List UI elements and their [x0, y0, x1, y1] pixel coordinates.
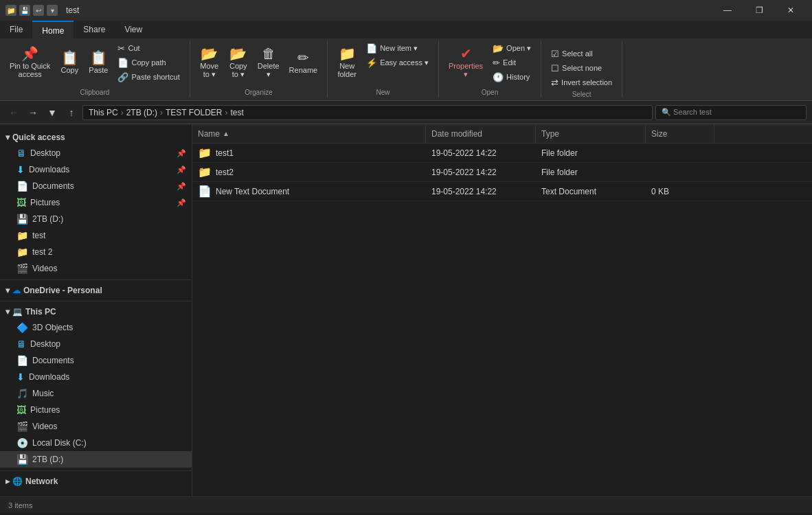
sidebar-item-test2-qa[interactable]: 📁 test 2: [0, 244, 192, 260]
pin-indicator-desktop: 📌: [177, 149, 186, 158]
sidebar-item-videos-pc[interactable]: 🎬 Videos: [0, 418, 192, 435]
paste-shortcut-label: Paste shortcut: [131, 73, 179, 81]
sidebar-item-downloads-pc[interactable]: ⬇ Downloads: [0, 369, 192, 385]
downloads-pc-icon: ⬇: [16, 371, 25, 382]
tab-file[interactable]: File: [0, 21, 32, 38]
select-all-button[interactable]: ☑ Select all: [547, 47, 616, 60]
file-name-new-text-doc: New Text Document: [216, 187, 289, 196]
onedrive-chevron: ▾: [5, 286, 10, 295]
music-pc-label: Music: [32, 389, 54, 398]
forward-button[interactable]: →: [25, 104, 41, 121]
copy-icon: 📋: [61, 51, 78, 65]
sidebar-item-3d-objects[interactable]: 🔷 3D Objects: [0, 319, 192, 336]
sort-arrow-name: ▲: [223, 130, 229, 137]
sidebar-item-desktop-pc[interactable]: 🖥 Desktop: [0, 336, 192, 352]
sidebar-item-pictures-qa[interactable]: 🖼 Pictures 📌: [0, 194, 192, 211]
this-pc-label: This PC: [25, 307, 56, 317]
col-header-size[interactable]: Size: [646, 124, 714, 143]
quick-access-chevron: ▾: [5, 133, 10, 142]
new-folder-button[interactable]: 📁 Newfolder: [333, 41, 361, 84]
tab-home[interactable]: Home: [32, 21, 74, 38]
sidebar-item-test-qa[interactable]: 📁 test: [0, 227, 192, 244]
breadcrumb-item-3[interactable]: test: [231, 108, 244, 117]
sidebar-item-videos-qa[interactable]: 🎬 Videos: [0, 260, 192, 277]
sidebar-item-2tb-d[interactable]: 💾 2TB (D:): [0, 451, 192, 468]
pin-label: Pin to Quickaccess: [10, 62, 50, 78]
back-button[interactable]: ←: [5, 104, 22, 121]
paste-shortcut-button[interactable]: 🔗 Paste shortcut: [113, 70, 183, 84]
col-header-date[interactable]: Date modified: [426, 124, 536, 143]
easy-access-button[interactable]: ⚡ Easy access ▾: [362, 56, 433, 69]
sidebar-item-documents-pc[interactable]: 📄 Documents: [0, 352, 192, 369]
properties-button[interactable]: ✔ Properties▾: [444, 41, 487, 84]
file-list-header: Name ▲ Date modified Type Size: [192, 124, 812, 144]
search-box[interactable]: 🔍 Search test: [655, 105, 807, 120]
tb-icon-dropdown[interactable]: ▾: [47, 5, 58, 16]
invert-selection-button[interactable]: ⇄ Invert selection: [547, 76, 616, 89]
minimize-button[interactable]: —: [712, 0, 743, 21]
network-label: Network: [25, 477, 58, 486]
up-button[interactable]: ↑: [63, 104, 80, 121]
new-small-buttons: 📄 New item ▾ ⚡ Easy access ▾: [362, 41, 433, 69]
quick-access-header[interactable]: ▾ Quick access: [0, 130, 192, 145]
delete-button[interactable]: 🗑 Delete▾: [253, 41, 284, 84]
pin-quick-access-button[interactable]: 📌 Pin to Quickaccess: [5, 41, 54, 84]
col-date-label: Date modified: [431, 129, 482, 139]
move-to-button[interactable]: 📂 Moveto ▾: [196, 41, 223, 84]
breadcrumb-item-0[interactable]: This PC: [89, 108, 118, 117]
sidebar-item-pictures-pc[interactable]: 🖼 Pictures: [0, 402, 192, 418]
copy-to-icon: 📂: [229, 47, 247, 60]
select-all-label: Select all: [562, 49, 593, 58]
file-type-new-text-doc: Text Document: [536, 187, 646, 196]
file-date-test1: 19-05-2022 14:22: [426, 148, 536, 158]
copy-path-button[interactable]: 📄 Copy path: [113, 56, 183, 69]
sidebar-item-documents-qa[interactable]: 📄 Documents 📌: [0, 178, 192, 194]
paste-button[interactable]: 📋 Paste: [84, 41, 112, 84]
network-header[interactable]: ▸ 🌐 Network: [0, 474, 192, 489]
new-item-button[interactable]: 📄 New item ▾: [362, 41, 433, 55]
col-header-name[interactable]: Name ▲: [192, 124, 426, 143]
sidebar-item-2tb-qa[interactable]: 💾 2TB (D:): [0, 211, 192, 227]
rename-label: Rename: [289, 66, 318, 74]
maximize-button[interactable]: ❐: [743, 0, 775, 21]
ribbon-group-organize: 📂 Moveto ▾ 📂 Copyto ▾ 🗑 Delete▾ ✏ Rename…: [190, 41, 328, 98]
breadcrumb-item-1[interactable]: 2TB (D:): [126, 108, 157, 117]
select-none-button[interactable]: ☐ Select none: [547, 61, 616, 75]
quick-access-label: Quick access: [12, 133, 65, 142]
onedrive-header[interactable]: ▾ ☁ OneDrive - Personal: [0, 283, 192, 298]
table-row[interactable]: 📁 test2 19-05-2022 14:22 File folder: [192, 163, 812, 182]
tb-icon-undo: ↩: [33, 5, 44, 16]
copy-to-button[interactable]: 📂 Copyto ▾: [225, 41, 252, 84]
cut-button[interactable]: ✂ Cut: [113, 41, 183, 55]
sidebar-item-downloads-qa[interactable]: ⬇ Downloads 📌: [0, 161, 192, 178]
table-row[interactable]: 📄 New Text Document 19-05-2022 14:22 Tex…: [192, 182, 812, 201]
recent-locations-button[interactable]: ▼: [44, 104, 60, 121]
this-pc-header[interactable]: ▾ 💻 This PC: [0, 304, 192, 319]
open-button[interactable]: 📂 Open ▾: [488, 41, 535, 55]
breadcrumb: This PC › 2TB (D:) › TEST FOLDER › test: [82, 105, 653, 120]
col-name-label: Name: [198, 129, 220, 139]
pictures-qa-icon: 🖼: [16, 197, 26, 208]
delete-label: Delete▾: [258, 62, 280, 79]
3d-objects-icon: 🔷: [16, 322, 28, 333]
sidebar-item-desktop-qa[interactable]: 🖥 Desktop 📌: [0, 145, 192, 161]
breadcrumb-item-2[interactable]: TEST FOLDER: [166, 108, 222, 117]
network-icon: 🌐: [12, 477, 23, 486]
documents-qa-icon: 📄: [16, 181, 28, 192]
paste-shortcut-icon: 🔗: [117, 72, 128, 82]
sidebar-item-music-pc[interactable]: 🎵 Music: [0, 385, 192, 402]
rename-button[interactable]: ✏ Rename: [285, 41, 322, 84]
col-header-type[interactable]: Type: [536, 124, 646, 143]
tab-share[interactable]: Share: [74, 21, 115, 38]
doc-icon-new-text: 📄: [198, 185, 212, 198]
edit-button[interactable]: ✏ Edit: [488, 56, 535, 69]
desktop-pc-icon: 🖥: [16, 339, 26, 350]
sidebar-item-local-disk-c[interactable]: 💿 Local Disk (C:): [0, 435, 192, 451]
tab-view[interactable]: View: [115, 21, 152, 38]
copy-button[interactable]: 📋 Copy: [56, 41, 83, 84]
table-row[interactable]: 📁 test1 19-05-2022 14:22 File folder: [192, 144, 812, 163]
close-button[interactable]: ✕: [775, 0, 807, 21]
file-type-test1: File folder: [536, 148, 646, 158]
history-button[interactable]: 🕐 History: [488, 70, 535, 84]
open-label: Open ▾: [506, 44, 531, 53]
